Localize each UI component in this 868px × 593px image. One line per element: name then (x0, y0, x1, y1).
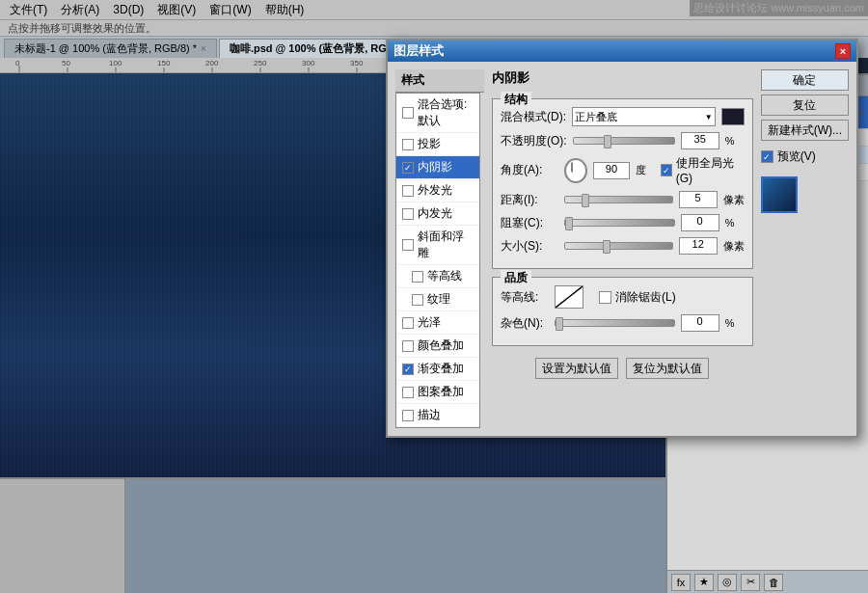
choke-input[interactable]: 0 (681, 214, 719, 231)
choke-label: 阻塞(C): (501, 215, 558, 231)
menu-window[interactable]: 窗口(W) (203, 1, 257, 19)
styles-header: 样式 (395, 69, 484, 93)
style-bevel[interactable]: 斜面和浮雕 (396, 226, 479, 265)
style-color-overlay-checkbox[interactable] (402, 340, 414, 352)
dialog-bottom-buttons: 设置为默认值 复位为默认值 (492, 358, 753, 379)
style-gradient-overlay[interactable]: ✓ 渐变叠加 (396, 358, 479, 381)
style-outer-glow-checkbox[interactable] (402, 185, 414, 197)
ok-button[interactable]: 确定 (761, 69, 849, 91)
style-drop-shadow[interactable]: 投影 (396, 133, 479, 156)
style-blending[interactable]: 混合选项:默认 (396, 94, 479, 133)
style-color-overlay-label: 颜色叠加 (418, 337, 464, 354)
style-pattern-overlay-checkbox[interactable] (402, 387, 414, 398)
style-blending-checkbox[interactable] (402, 107, 414, 119)
menu-analyze[interactable]: 分析(A) (55, 1, 105, 19)
choke-row: 阻塞(C): 0 % (501, 214, 745, 231)
dialog-titlebar: 图层样式 × (388, 40, 856, 62)
preview-label: 预览(V) (777, 148, 816, 165)
global-light-checkbox[interactable]: ✓ (661, 164, 672, 176)
style-bevel-checkbox[interactable] (402, 239, 414, 251)
new-group-button[interactable]: ◎ (718, 574, 737, 591)
choke-slider[interactable] (564, 219, 675, 227)
style-contour[interactable]: 等高线 (396, 265, 479, 288)
reset-default-button[interactable]: 复位为默认值 (626, 358, 709, 379)
structure-title: 结构 (501, 92, 531, 108)
angle-row: 角度(A): 90 度 ✓ 使用全局光(G) (501, 155, 745, 185)
style-inner-shadow[interactable]: ✓ 内阴影 (396, 156, 479, 179)
menu-view[interactable]: 视图(V) (151, 1, 202, 19)
hint-bar: 点按并拖移可调整效果的位置。 (0, 19, 868, 37)
delete-layer-button[interactable]: 🗑 (764, 574, 783, 591)
inner-shadow-title: 内阴影 (492, 69, 753, 87)
contour-label: 等高线: (501, 289, 549, 306)
dialog-action-buttons: 确定 复位 新建样式(W)... ✓ 预览(V) (761, 69, 849, 428)
add-style-button[interactable]: ★ (694, 574, 714, 591)
style-texture-checkbox[interactable] (412, 294, 423, 306)
tab-untitled[interactable]: 未标题-1 @ 100% (蓝色背景, RGB/8) * × (4, 39, 217, 58)
dialog-close-button[interactable]: × (835, 43, 851, 59)
style-contour-checkbox[interactable] (412, 271, 423, 283)
style-stroke[interactable]: 描边 (396, 404, 479, 427)
style-inner-glow-label: 内发光 (418, 205, 452, 222)
style-satin-checkbox[interactable] (402, 317, 414, 329)
quality-title: 品质 (501, 270, 531, 286)
dialog-title: 图层样式 (393, 42, 444, 60)
menu-help[interactable]: 帮助(H) (259, 1, 311, 19)
style-inner-glow-checkbox[interactable] (402, 208, 414, 220)
opacity-slider[interactable] (573, 137, 675, 145)
contour-row: 等高线: 消除锯齿(L) (501, 285, 745, 309)
contour-preview[interactable] (555, 285, 583, 309)
style-inner-glow[interactable]: 内发光 (396, 202, 479, 226)
new-layer-button[interactable]: ✂ (741, 574, 760, 591)
svg-text:200: 200 (205, 59, 219, 67)
noise-slider[interactable] (555, 319, 675, 327)
blend-mode-row: 混合模式(D): 正片叠底 ▼ (501, 107, 745, 126)
opacity-row: 不透明度(O): 35 % (501, 132, 745, 149)
menu-3d[interactable]: 3D(D) (107, 2, 149, 17)
style-stroke-checkbox[interactable] (402, 410, 414, 421)
add-fx-button[interactable]: fx (671, 574, 691, 591)
blend-color-swatch[interactable] (721, 108, 745, 125)
style-gradient-overlay-checkbox[interactable]: ✓ (402, 364, 414, 375)
distance-input[interactable]: 5 (679, 191, 718, 208)
style-texture-label: 纹理 (427, 291, 450, 308)
style-outer-glow[interactable]: 外发光 (396, 179, 479, 202)
distance-row: 距离(I): 5 像素 (501, 191, 745, 208)
anti-alias-checkbox[interactable] (599, 291, 611, 304)
new-style-button[interactable]: 新建样式(W)... (761, 120, 849, 141)
angle-input[interactable]: 90 (593, 162, 629, 179)
style-drop-shadow-checkbox[interactable] (402, 139, 414, 150)
reset-button[interactable]: 复位 (761, 94, 849, 116)
layer-style-dialog: 图层样式 × 样式 混合选项:默认 投影 ✓ 内阴影 (386, 39, 858, 438)
style-pattern-overlay[interactable]: 图案叠加 (396, 381, 479, 404)
angle-dial[interactable] (564, 158, 587, 183)
style-drop-shadow-label: 投影 (418, 136, 441, 152)
blend-mode-select[interactable]: 正片叠底 ▼ (572, 107, 716, 126)
noise-label: 杂色(N): (501, 315, 549, 332)
style-color-overlay[interactable]: 颜色叠加 (396, 335, 479, 358)
opacity-label: 不透明度(O): (501, 133, 567, 149)
noise-input[interactable]: 0 (681, 314, 719, 332)
preview-checkbox[interactable]: ✓ (761, 150, 773, 163)
tab-untitled-close[interactable]: × (201, 43, 206, 54)
style-texture[interactable]: 纹理 (396, 288, 479, 311)
svg-text:300: 300 (302, 59, 315, 67)
tab-coffee-label: 咖啡.psd @ 100% (蓝色背景, RGB/8 (230, 41, 403, 56)
size-slider[interactable] (564, 242, 673, 250)
styles-list: 混合选项:默认 投影 ✓ 内阴影 外发光 内发光 (395, 93, 480, 428)
structure-section: 结构 混合模式(D): 正片叠底 ▼ 不透明度(O): 35 (492, 98, 753, 269)
preview-swatch (761, 176, 798, 213)
size-input[interactable]: 12 (679, 237, 718, 255)
menu-file[interactable]: 文件(T) (4, 1, 53, 19)
quality-section: 品质 等高线: 消除锯齿(L) (492, 277, 753, 346)
choke-unit: % (725, 217, 745, 229)
angle-unit: 度 (636, 163, 655, 177)
style-satin[interactable]: 光泽 (396, 311, 479, 335)
style-inner-shadow-checkbox[interactable]: ✓ (402, 162, 414, 174)
blend-mode-value: 正片叠底 (575, 110, 617, 124)
distance-slider[interactable] (564, 196, 673, 203)
set-default-button[interactable]: 设置为默认值 (535, 358, 618, 379)
opacity-input[interactable]: 35 (681, 132, 719, 149)
layers-toolbar: fx ★ ◎ ✂ 🗑 (667, 570, 868, 593)
dialog-body: 样式 混合选项:默认 投影 ✓ 内阴影 外发光 (388, 62, 856, 436)
